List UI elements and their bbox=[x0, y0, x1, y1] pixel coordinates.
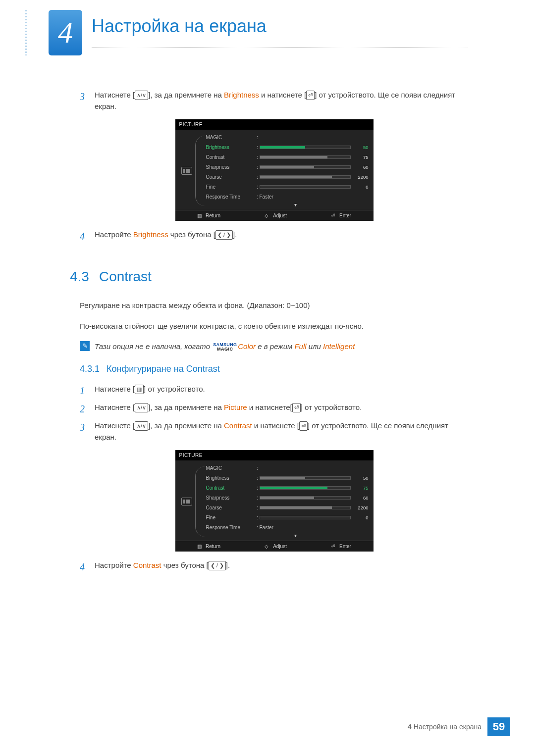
contrast-step-4: 4 Настройте Contrast чрез бутона [❮ / ❯]… bbox=[80, 559, 469, 575]
text: и натиснете [ bbox=[259, 91, 306, 99]
osd-bar: 2200 bbox=[260, 174, 369, 180]
keyword-brightness: Brightness bbox=[224, 91, 259, 99]
step-body: Натиснете [∧/∨], за да преминете на Pict… bbox=[95, 402, 469, 417]
osd-footer-return: ▥Return bbox=[197, 213, 220, 218]
step-number: 1 bbox=[80, 383, 95, 399]
osd-label: MAGIC bbox=[206, 135, 256, 140]
page: 4 Настройка на екрана 3 Натиснете [∧/∨],… bbox=[0, 0, 535, 756]
menu-icon bbox=[181, 167, 192, 175]
osd-title: PICTURE bbox=[175, 119, 374, 130]
colon: : bbox=[256, 164, 260, 170]
osd-value: Faster bbox=[260, 194, 369, 200]
osd-body: MAGIC : Brightness : 50 Contrast bbox=[175, 130, 374, 210]
step-number: 4 bbox=[80, 559, 95, 575]
contrast-step-2: 2 Натиснете [∧/∨], за да преминете на Pi… bbox=[80, 402, 469, 417]
text: ] от устройството. bbox=[144, 385, 205, 393]
osd-value: 2200 bbox=[354, 174, 369, 180]
osd-value: 60 bbox=[354, 164, 369, 170]
text: Натиснете [ bbox=[95, 385, 135, 393]
step-body: Натиснете [∧/∨], за да преминете на Brig… bbox=[95, 89, 469, 112]
osd-row-brightness: Brightness : 50 bbox=[206, 143, 369, 152]
footer-chapter-num: 4 bbox=[408, 723, 414, 731]
osd-label: Fine bbox=[206, 515, 256, 520]
keyword-contrast: Contrast bbox=[186, 364, 220, 374]
osd-label: Contrast bbox=[206, 485, 256, 491]
subsection-title: Конфигуриране на Contrast bbox=[107, 364, 220, 374]
enter-icon: ⏎ bbox=[331, 544, 337, 549]
step-4: 4 Настройте Brightness чрез бутона [❮ / … bbox=[80, 229, 469, 244]
text: Enter bbox=[339, 544, 351, 549]
osd-label: Brightness bbox=[206, 475, 256, 481]
osd-label: Sharpness bbox=[206, 164, 256, 170]
osd-label: Response Time bbox=[206, 525, 256, 530]
text: Return bbox=[206, 213, 220, 218]
keyword-brightness: Brightness bbox=[133, 230, 168, 239]
osd-value: Faster bbox=[260, 525, 369, 530]
osd-row-coarse: Coarse : 2200 bbox=[206, 172, 369, 182]
osd-label: Brightness bbox=[206, 145, 256, 150]
note: ✎ Тази опция не е налична, когато SAMSUN… bbox=[80, 341, 469, 353]
menu-icon: ▥ bbox=[135, 385, 144, 394]
adjust-icon: ◇ bbox=[265, 213, 270, 218]
page-number: 59 bbox=[487, 717, 510, 736]
return-icon: ▥ bbox=[197, 213, 203, 218]
section-title: Contrast bbox=[99, 269, 152, 285]
osd-panel-contrast: PICTURE MAGIC : Brightness : 5 bbox=[175, 450, 374, 552]
keyword-full: Full bbox=[294, 342, 306, 351]
osd-footer-enter: ⏎Enter bbox=[331, 544, 351, 549]
text: Return bbox=[206, 544, 220, 549]
enter-icon: ⏎ bbox=[331, 213, 337, 218]
footer-label: 4 Настройка на екрана bbox=[408, 723, 482, 731]
footer-chapter-title: Настройка на екрана bbox=[414, 723, 482, 731]
samsung-magic-logo: SAMSUNGMAGIC bbox=[213, 343, 237, 352]
keyword-intelligent: Intelligent bbox=[323, 342, 355, 351]
return-icon: ▥ bbox=[197, 544, 203, 549]
osd-value: 50 bbox=[354, 475, 369, 481]
enter-icon: ⏎ bbox=[299, 421, 308, 431]
osd-rows: MAGIC : Brightness : 50 Contrast bbox=[206, 133, 369, 209]
osd-bar-fill bbox=[260, 156, 328, 158]
content-area: 3 Натиснете [∧/∨], за да преминете на Br… bbox=[80, 89, 469, 578]
colon: : bbox=[256, 135, 260, 140]
osd-row-coarse: Coarse : 2200 bbox=[206, 503, 369, 513]
osd-row-contrast: Contrast : 75 bbox=[206, 152, 369, 162]
osd-row-response: Response Time : Faster bbox=[206, 523, 369, 533]
text: Тази опция не е налична, когато bbox=[95, 342, 212, 351]
updown-icon: ∧/∨ bbox=[135, 403, 148, 412]
text: или bbox=[307, 342, 323, 351]
contrast-step-3: 3 Натиснете [∧/∨], за да преминете на Co… bbox=[80, 420, 469, 443]
osd-rows: MAGIC : Brightness : 50 Contrast bbox=[206, 463, 369, 540]
text: Adjust bbox=[273, 213, 287, 218]
step-number: 4 bbox=[80, 229, 95, 244]
step-body: Натиснете [∧/∨], за да преминете на Cont… bbox=[95, 420, 469, 443]
osd-label: Response Time bbox=[206, 194, 256, 200]
text: ]. bbox=[226, 561, 230, 569]
updown-icon: ∧/∨ bbox=[135, 421, 148, 431]
adjust-icon: ◇ bbox=[265, 544, 270, 549]
osd-footer-adjust: ◇Adjust bbox=[265, 544, 287, 549]
text: ] от устройството. bbox=[301, 403, 362, 411]
keyword-color: Color bbox=[238, 342, 256, 351]
osd-body: MAGIC : Brightness : 50 Contrast bbox=[175, 460, 374, 541]
osd-more-arrow: ▾ bbox=[223, 202, 369, 209]
osd-value: 60 bbox=[354, 495, 369, 501]
osd-row-sharpness: Sharpness : 60 bbox=[206, 493, 369, 503]
text: ], за да преминете на bbox=[148, 403, 224, 411]
note-icon: ✎ bbox=[80, 341, 90, 351]
colon: : bbox=[256, 194, 260, 200]
osd-bar: 75 bbox=[260, 154, 369, 160]
osd-value: 75 bbox=[354, 485, 369, 491]
osd-footer-adjust: ◇Adjust bbox=[265, 213, 287, 218]
text: Enter bbox=[339, 213, 351, 218]
osd-bar: 60 bbox=[260, 164, 369, 170]
chapter-number-badge: 4 bbox=[49, 10, 82, 55]
osd-bar-fill bbox=[260, 176, 332, 178]
subsection-4-3-1-heading: 4.3.1 Конфигуриране на Contrast bbox=[80, 364, 469, 374]
osd-label: Contrast bbox=[206, 154, 256, 160]
section-4-3-heading: 4.3 Contrast bbox=[70, 269, 469, 285]
text: е в режим bbox=[256, 342, 294, 351]
osd-value: 75 bbox=[354, 154, 369, 160]
text: и натиснете[ bbox=[247, 403, 292, 411]
osd-more-arrow: ▾ bbox=[223, 533, 369, 540]
chapter-title: Настройка на екрана bbox=[92, 16, 267, 37]
